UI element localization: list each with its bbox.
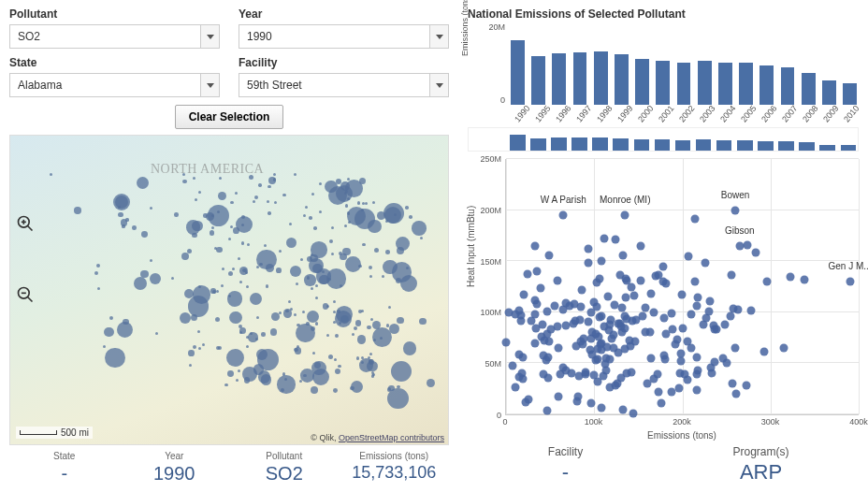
scatter-point[interactable] (684, 376, 692, 384)
scatter-point[interactable] (642, 328, 650, 337)
scatter-point[interactable] (519, 353, 528, 361)
scatter-point[interactable] (636, 277, 644, 285)
scatter-point[interactable] (566, 302, 574, 311)
map-point[interactable] (230, 201, 233, 204)
map-point[interactable] (228, 271, 233, 276)
scatter-point[interactable] (732, 390, 741, 398)
map-point[interactable] (246, 285, 249, 288)
scatter-point[interactable] (531, 241, 540, 250)
map-point[interactable] (335, 334, 339, 338)
scatter-point[interactable] (562, 322, 571, 330)
scatter-point[interactable] (603, 343, 612, 352)
scatter-point[interactable] (585, 258, 593, 267)
map-point[interactable] (347, 197, 350, 200)
map-point[interactable] (109, 316, 113, 320)
map-point[interactable] (256, 316, 259, 319)
map-point[interactable] (226, 349, 244, 367)
map-point[interactable] (274, 201, 277, 204)
scatter-point[interactable] (647, 290, 656, 298)
map-point[interactable] (181, 253, 189, 260)
scatter-point[interactable] (567, 369, 575, 377)
scatter-point[interactable] (611, 235, 619, 243)
scatter-point[interactable] (746, 306, 755, 314)
scatter-point[interactable] (599, 371, 607, 380)
map-point[interactable] (250, 293, 262, 305)
map-point[interactable] (313, 226, 317, 230)
map-point[interactable] (238, 257, 240, 260)
scatter-point[interactable] (786, 273, 794, 282)
scatter-point[interactable] (702, 258, 710, 267)
scatter-point[interactable] (578, 285, 586, 294)
scatter-point[interactable] (662, 279, 671, 287)
map-point[interactable] (311, 386, 318, 394)
map-point[interactable] (193, 177, 195, 180)
scatter-point[interactable] (511, 383, 519, 391)
map-point[interactable] (239, 267, 248, 275)
map-point[interactable] (249, 175, 253, 180)
map-point[interactable] (315, 322, 318, 325)
map-point[interactable] (319, 210, 322, 213)
bar[interactable] (781, 67, 795, 105)
map-point[interactable] (409, 215, 412, 219)
scatter-point[interactable] (646, 354, 655, 362)
map-point[interactable] (268, 185, 271, 189)
scatter-point[interactable] (742, 381, 750, 389)
scatter-point[interactable] (692, 369, 701, 378)
bar[interactable] (635, 59, 649, 105)
osm-link[interactable]: OpenStreetMap contributors (339, 433, 444, 442)
scatter-point[interactable] (731, 206, 740, 214)
map-point[interactable] (372, 327, 392, 347)
map-point[interactable] (105, 348, 125, 369)
scatter-point[interactable] (727, 271, 735, 280)
map-point[interactable] (271, 312, 280, 321)
map-point[interactable] (397, 317, 403, 324)
scatter-point[interactable] (846, 278, 854, 286)
map-point[interactable] (253, 200, 255, 203)
map-point[interactable] (239, 327, 246, 334)
scatter-point[interactable] (751, 248, 760, 256)
map-point[interactable] (247, 243, 250, 246)
scatter-point[interactable] (763, 278, 772, 286)
scatter-point[interactable] (743, 241, 751, 250)
map-point[interactable] (337, 310, 340, 312)
map-point[interactable] (356, 356, 360, 360)
scatter-point[interactable] (691, 214, 700, 223)
scatter-point[interactable] (629, 291, 638, 299)
map-point[interactable] (358, 265, 362, 268)
map-point[interactable] (219, 177, 222, 180)
map-point[interactable] (385, 250, 390, 254)
map-point[interactable] (132, 225, 137, 230)
map-point[interactable] (216, 290, 219, 293)
map-point[interactable] (286, 238, 297, 248)
map-point[interactable] (362, 243, 365, 246)
map-point[interactable] (338, 365, 340, 368)
scatter-point[interactable] (727, 312, 735, 321)
bar[interactable] (760, 65, 774, 105)
scatter-point[interactable] (684, 253, 692, 261)
map-point[interactable] (221, 284, 224, 287)
scatter-point[interactable] (628, 316, 636, 325)
map-point[interactable] (122, 224, 124, 227)
map-point[interactable] (224, 383, 227, 386)
scatter-point[interactable] (502, 339, 511, 347)
facility-select[interactable]: 59th Street (239, 73, 449, 97)
map-point[interactable] (315, 284, 318, 287)
map-point[interactable] (276, 268, 282, 273)
scatter-point[interactable] (586, 398, 595, 407)
scatter-point[interactable] (702, 314, 710, 323)
map-point[interactable] (328, 355, 333, 359)
scatter-point[interactable] (597, 403, 605, 412)
map-point[interactable] (388, 385, 395, 392)
map-point[interactable] (282, 194, 285, 196)
map-point[interactable] (227, 370, 234, 377)
scatter-point[interactable] (512, 310, 520, 318)
bar[interactable] (739, 63, 753, 105)
scatter-point[interactable] (524, 269, 532, 278)
map-point[interactable] (236, 379, 239, 382)
map-point[interactable] (171, 277, 174, 280)
map-point[interactable] (261, 374, 272, 385)
map-point[interactable] (289, 223, 292, 225)
clear-selection-button[interactable]: Clear Selection (175, 105, 284, 129)
scatter-point[interactable] (611, 382, 619, 390)
map-point[interactable] (216, 247, 222, 253)
